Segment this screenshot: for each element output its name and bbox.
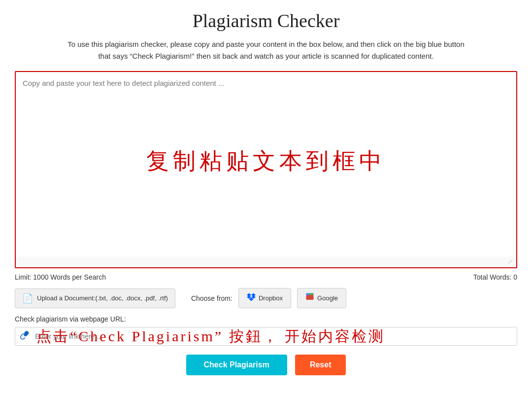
page-title: Plagiarism Checker xyxy=(15,10,517,32)
word-limit-label: Limit: 1000 Words per Search xyxy=(15,273,106,281)
textarea-container: 复制粘贴文本到框中 xyxy=(16,72,516,256)
resize-handle: ⟋ xyxy=(16,256,516,267)
url-input-row: 点击“Check Plagiarism” 按鈕， 开始内容检测 xyxy=(15,327,517,346)
google-icon xyxy=(305,292,314,304)
url-section-label: Check plagiarism via webpage URL: xyxy=(15,315,517,323)
text-input-wrapper: 复制粘贴文本到框中 ⟋ xyxy=(15,71,517,268)
upload-button-label: Upload a Document:(.txt, .doc, .docx, .p… xyxy=(37,294,168,302)
page-description: To use this plagiarism checker, please c… xyxy=(15,38,517,62)
check-plagiarism-button[interactable]: Check Plagiarism xyxy=(186,355,287,375)
dropbox-button[interactable]: Dropbox xyxy=(238,288,291,308)
text-input[interactable] xyxy=(16,72,516,254)
google-label: Google xyxy=(317,294,338,302)
total-words-label: Total Words: 0 xyxy=(473,273,517,281)
svg-rect-0 xyxy=(306,295,314,300)
word-limit-row: Limit: 1000 Words per Search Total Words… xyxy=(15,273,517,281)
link-icon xyxy=(20,330,30,343)
svg-rect-1 xyxy=(306,293,309,296)
svg-rect-2 xyxy=(309,293,314,295)
dropbox-label: Dropbox xyxy=(259,294,283,302)
upload-document-button[interactable]: 📄 Upload a Document:(.txt, .doc, .docx, … xyxy=(15,288,175,308)
choose-from-label: Choose from: xyxy=(191,294,233,302)
document-icon: 📄 xyxy=(22,293,33,304)
dropbox-icon xyxy=(247,292,256,304)
google-button[interactable]: Google xyxy=(297,288,346,308)
upload-row: 📄 Upload a Document:(.txt, .doc, .docx, … xyxy=(15,288,517,308)
url-input[interactable] xyxy=(15,327,517,346)
action-row: Check Plagiarism Reset xyxy=(15,355,517,375)
reset-button[interactable]: Reset xyxy=(295,355,346,375)
